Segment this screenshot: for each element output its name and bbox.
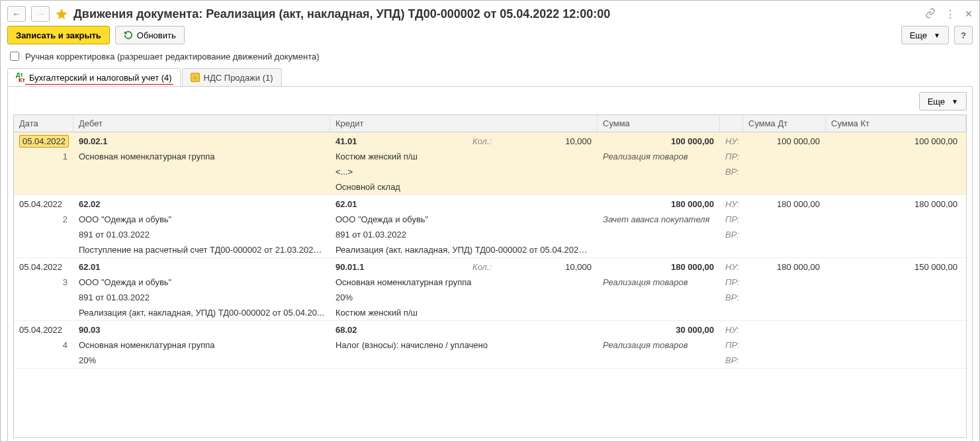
refresh-button[interactable]: Обновить (115, 26, 185, 44)
col-date[interactable]: Дата (14, 115, 73, 132)
more-button[interactable]: Еще▼ (901, 26, 949, 44)
manual-edit-checkbox[interactable] (10, 52, 19, 61)
document-icon: ≡ (191, 73, 200, 82)
manual-edit-checkbox-row[interactable]: Ручная корректировка (разрешает редактир… (7, 50, 973, 63)
tab-vat-label: НДС Продажи (1) (204, 73, 273, 83)
refresh-label: Обновить (137, 30, 176, 40)
favorite-star-icon[interactable] (55, 7, 68, 21)
link-icon[interactable] (925, 8, 936, 21)
postings-grid[interactable]: Дата Дебет Кредит Сумма Сумма Дт Сумма К… (13, 114, 967, 438)
kebab-menu-icon[interactable]: ⋮ (945, 8, 956, 21)
col-tax (720, 115, 743, 132)
col-credit[interactable]: Кредит (330, 115, 598, 132)
tab-vat-sales[interactable]: ≡ НДС Продажи (1) (182, 68, 282, 86)
col-sumkt[interactable]: Сумма Кт (826, 115, 966, 132)
more-label: Еще (910, 30, 927, 40)
col-sum[interactable]: Сумма (598, 115, 720, 132)
grid-more-label: Еще (928, 97, 945, 107)
col-sumdt[interactable]: Сумма Дт (743, 115, 826, 132)
caret-down-icon: ▼ (952, 98, 958, 105)
grid-header-row: Дата Дебет Кредит Сумма Сумма Дт Сумма К… (14, 115, 966, 132)
close-icon[interactable]: ✕ (965, 9, 973, 19)
col-debit[interactable]: Дебет (73, 115, 330, 132)
refresh-icon (124, 30, 133, 40)
caret-down-icon: ▼ (934, 32, 940, 39)
grid-more-button[interactable]: Еще▼ (919, 92, 967, 111)
posting-row[interactable]: 05.04.2022 90.03 68.02 30 000,00 НУ: 4 О… (14, 321, 966, 369)
save-and-close-button[interactable]: Записать и закрыть (7, 26, 110, 44)
nav-back-button[interactable]: ← (7, 6, 26, 22)
posting-row[interactable]: 05.04.2022 62.01 90.01.1Кол.:10,000 180 … (14, 258, 966, 321)
manual-edit-label: Ручная корректировка (разрешает редактир… (25, 52, 320, 62)
tab-accounting-label: Бухгалтерский и налоговый учет (4) (29, 73, 172, 83)
help-button[interactable]: ? (954, 26, 973, 44)
window-title: Движения документа: Реализация (акт, нак… (73, 7, 920, 21)
dtkt-icon: ДтКт (16, 72, 25, 83)
nav-forward-button[interactable]: → (31, 6, 50, 22)
tab-accounting[interactable]: ДтКт Бухгалтерский и налоговый учет (4) (7, 68, 181, 86)
posting-row[interactable]: 05.04.2022 62.02 62.01 180 000,00 НУ: 18… (14, 195, 966, 258)
posting-row[interactable]: 05.04.2022 90.02.1 41.01Кол.:10,000 100 … (14, 132, 966, 195)
